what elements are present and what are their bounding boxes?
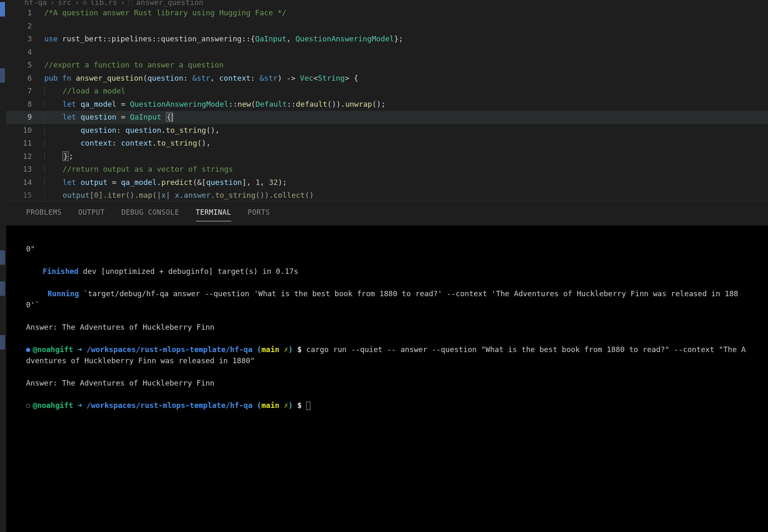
code-content[interactable]: output[0].iter().map(|x| x.answer.to_str…: [44, 189, 768, 201]
line-number: 1: [6, 7, 44, 19]
code-content[interactable]: /*A question answer Rust library using H…: [44, 7, 768, 19]
line-number: 6: [6, 72, 44, 85]
terminal-answer: Answer: The Adventures of Huckleberry Fi…: [26, 379, 214, 387]
panel-tab-ports[interactable]: PORTS: [248, 206, 270, 221]
code-line[interactable]: 4: [6, 46, 768, 59]
terminal-running-label: Running: [48, 289, 79, 298]
terminal[interactable]: 0" Finished dev [unoptimized + debuginfo…: [6, 225, 768, 429]
line-number: 9: [6, 111, 44, 124]
terminal-cursor: [306, 402, 310, 410]
panel-tab-terminal[interactable]: TERMINAL: [196, 206, 231, 221]
code-line[interactable]: 14 let output = qa_model.predict(&[quest…: [6, 176, 768, 189]
terminal-text: dev [unoptimized + debuginfo] target(s) …: [79, 267, 298, 276]
bottom-panel: PROBLEMSOUTPUTDEBUG CONSOLETERMINALPORTS…: [6, 201, 768, 532]
panel-tab-problems[interactable]: PROBLEMS: [26, 206, 62, 221]
code-content[interactable]: pub fn answer_question(question: &str, c…: [44, 72, 768, 85]
code-line[interactable]: 13 //return output as a vector of string…: [6, 163, 768, 176]
terminal-finished-label: Finished: [43, 267, 79, 276]
terminal-text: `target/debug/hf-qa answer --question 'W…: [26, 289, 738, 309]
code-line[interactable]: 11 context: context.to_string(),: [6, 137, 768, 150]
line-number: 8: [6, 98, 44, 111]
terminal-cwd: /workspaces/rust-mlops-template/hf-qa: [86, 401, 252, 410]
code-content[interactable]: //load a model: [44, 85, 768, 98]
activity-item[interactable]: [0, 2, 5, 17]
panel-tab-debug-console[interactable]: DEBUG CONSOLE: [121, 206, 179, 221]
dirty-indicator-icon: [26, 348, 30, 352]
panel-tab-output[interactable]: OUTPUT: [78, 206, 105, 221]
code-content[interactable]: let question = QaInput {: [44, 111, 768, 124]
clean-indicator-icon: [26, 404, 30, 408]
breadcrumb-folder[interactable]: hf-qa: [24, 0, 47, 7]
code-line[interactable]: 7 //load a model: [6, 85, 768, 98]
code-content[interactable]: let qa_model = QuestionAnsweringModel::n…: [44, 98, 768, 111]
code-line[interactable]: 3use rust_bert::pipelines::question_answ…: [6, 33, 768, 46]
rust-file-icon: ⚙: [82, 0, 87, 7]
breadcrumb-subfolder[interactable]: src: [58, 0, 72, 7]
line-number: 11: [6, 137, 44, 150]
activity-item[interactable]: [0, 250, 5, 265]
code-line[interactable]: 9 let question = QaInput {: [6, 111, 768, 124]
code-line[interactable]: 5//export a function to answer a questio…: [6, 59, 768, 72]
line-number: 7: [6, 85, 44, 98]
terminal-arrow: ➜: [73, 345, 87, 354]
activity-item[interactable]: [0, 281, 5, 296]
code-line[interactable]: 15 output[0].iter().map(|x| x.answer.to_…: [6, 189, 768, 201]
code-content[interactable]: };: [44, 150, 768, 163]
line-number: 2: [6, 20, 44, 33]
code-content[interactable]: //export a function to answer a question: [44, 59, 768, 72]
line-number: 15: [6, 189, 44, 201]
terminal-branch: main: [262, 345, 279, 354]
breadcrumb-symbol[interactable]: answer_question: [136, 0, 204, 7]
terminal-user: @noahgift: [33, 345, 73, 354]
code-line[interactable]: 6pub fn answer_question(question: &str, …: [6, 72, 768, 85]
activity-item[interactable]: [0, 335, 5, 350]
line-number: 4: [6, 46, 44, 59]
line-number: 10: [6, 124, 44, 137]
code-content[interactable]: context: context.to_string(),: [44, 137, 768, 150]
code-content[interactable]: //return output as a vector of strings: [44, 163, 768, 176]
function-icon: ⬚: [128, 0, 133, 7]
terminal-answer: Answer: The Adventures of Huckleberry Fi…: [26, 323, 214, 331]
code-content[interactable]: question: question.to_string(),: [44, 124, 768, 137]
line-number: 12: [6, 150, 44, 163]
code-editor[interactable]: 1/*A question answer Rust library using …: [6, 7, 768, 201]
terminal-text: 0": [26, 244, 35, 253]
code-line[interactable]: 12 };: [6, 150, 768, 163]
editor-cursor: [172, 113, 173, 122]
chevron-right-icon: ›: [75, 0, 79, 7]
activity-bar: [0, 0, 6, 532]
code-line[interactable]: 8 let qa_model = QuestionAnsweringModel:…: [6, 98, 768, 111]
activity-item[interactable]: [0, 68, 5, 83]
line-number: 3: [6, 33, 44, 46]
breadcrumb[interactable]: hf-qa › src › ⚙ lib.rs › ⬚ answer_questi…: [6, 0, 768, 7]
code-content[interactable]: use rust_bert::pipelines::question_answe…: [44, 33, 768, 46]
code-line[interactable]: 1/*A question answer Rust library using …: [6, 7, 768, 20]
chevron-right-icon: ›: [120, 0, 125, 7]
line-number: 14: [6, 176, 44, 189]
line-number: 5: [6, 59, 44, 72]
chevron-right-icon: ›: [50, 0, 55, 7]
terminal-cwd: /workspaces/rust-mlops-template/hf-qa: [86, 345, 252, 354]
terminal-user: @noahgift: [33, 401, 73, 410]
line-number: 13: [6, 163, 44, 176]
breadcrumb-file[interactable]: lib.rs: [90, 0, 117, 7]
code-line[interactable]: 10 question: question.to_string(),: [6, 124, 768, 137]
code-line[interactable]: 2: [6, 20, 768, 33]
panel-tabs: PROBLEMSOUTPUTDEBUG CONSOLETERMINALPORTS: [6, 201, 768, 225]
code-content[interactable]: let output = qa_model.predict(&[question…: [44, 176, 768, 189]
